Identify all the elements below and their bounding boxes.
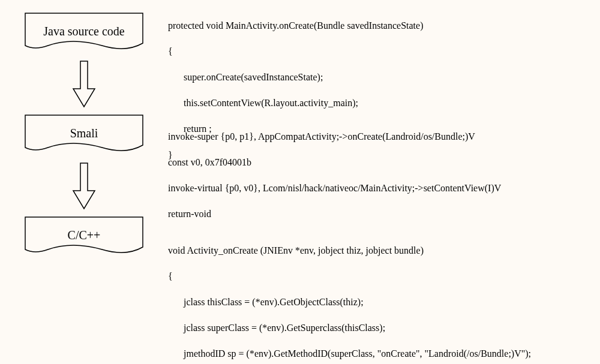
code-column: protected void MainActivity.onCreate(Bun… bbox=[162, 6, 594, 358]
smali-box: Smali bbox=[24, 114, 144, 156]
cpp-code-block: void Activity_onCreate (JNIEnv *env, job… bbox=[168, 222, 594, 364]
cpp-box: C/C++ bbox=[24, 216, 144, 258]
code-line: super.onCreate(savedInstanceState); bbox=[168, 71, 594, 84]
code-line: invoke-virtual {p0, v0}, Lcom/nisl/hack/… bbox=[168, 182, 594, 195]
code-line: invoke-super {p0, p1}, AppCompatActivity… bbox=[168, 130, 594, 143]
code-line: protected void MainActivity.onCreate(Bun… bbox=[168, 19, 594, 32]
smali-code-block: invoke-super {p0, p1}, AppCompatActivity… bbox=[168, 105, 594, 222]
cpp-box-label: C/C++ bbox=[68, 228, 101, 246]
arrow-down-2 bbox=[72, 162, 96, 210]
code-line: jmethodID sp = (*env).GetMethodID(superC… bbox=[168, 347, 594, 360]
code-line: jclass thisClass = (*env).GetObjectClass… bbox=[168, 296, 594, 309]
arrow-down-1 bbox=[72, 60, 96, 108]
java-box-label: Java source code bbox=[43, 25, 125, 42]
code-line: const v0, 0x7f04001b bbox=[168, 156, 594, 169]
code-line: void Activity_onCreate (JNIEnv *env, job… bbox=[168, 244, 594, 257]
smali-box-label: Smali bbox=[70, 127, 98, 144]
code-line: { bbox=[168, 270, 594, 283]
flow-column: Java source code Smali C/C++ bbox=[6, 6, 162, 358]
code-line: { bbox=[168, 45, 594, 58]
java-code-block: protected void MainActivity.onCreate(Bun… bbox=[168, 6, 594, 105]
code-line: jclass superClass = (*env).GetSuperclass… bbox=[168, 321, 594, 335]
java-source-box: Java source code bbox=[24, 12, 144, 54]
code-line: return-void bbox=[168, 207, 594, 221]
